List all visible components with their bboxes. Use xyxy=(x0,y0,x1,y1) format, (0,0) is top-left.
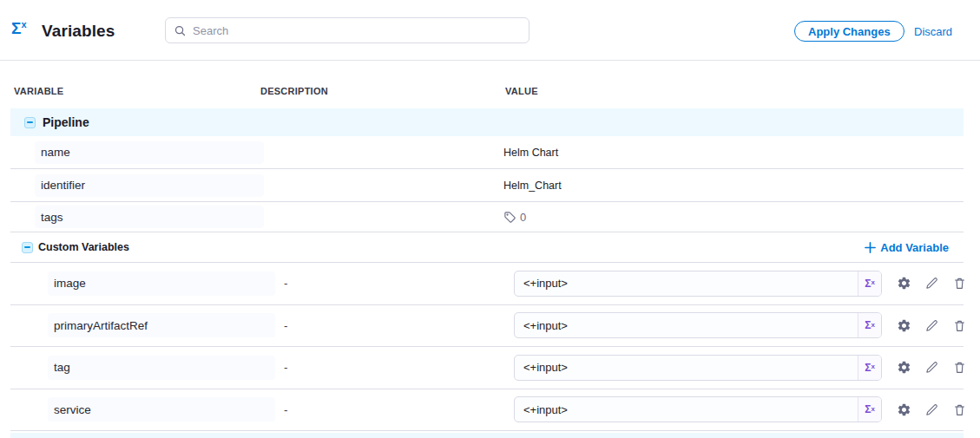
pipeline-section-title: Pipeline xyxy=(43,115,89,129)
variable-name-chip[interactable]: primaryArtifactRef xyxy=(48,313,275,337)
expression-sigma-icon[interactable]: Σx xyxy=(858,356,881,380)
variable-name-chip[interactable]: tag xyxy=(48,356,275,380)
value-input[interactable]: <+input> Σx xyxy=(514,396,882,422)
variable-description: - xyxy=(284,361,288,374)
pencil-icon xyxy=(924,318,939,333)
gear-icon xyxy=(897,276,911,291)
gear-icon xyxy=(897,402,911,417)
collapse-minus-icon[interactable] xyxy=(22,242,33,253)
discard-button[interactable]: Discard xyxy=(914,25,952,38)
search-box[interactable] xyxy=(165,17,529,43)
search-icon xyxy=(174,24,187,37)
variable-name: primaryArtifactRef xyxy=(54,319,148,332)
expression-sigma-icon[interactable]: Σx xyxy=(858,313,881,337)
variable-value: Helm_Chart xyxy=(503,180,562,192)
column-header-value: VALUE xyxy=(505,86,538,96)
pencil-icon xyxy=(924,276,939,291)
variables-table: Pipeline name Helm Chart identifier Helm… xyxy=(10,108,964,431)
tags-count: 0 xyxy=(520,211,526,224)
delete-button[interactable] xyxy=(951,317,967,333)
header: Σx Variables Apply Changes Discard xyxy=(0,0,980,61)
edit-button[interactable] xyxy=(924,317,939,333)
collapse-minus-icon[interactable] xyxy=(24,117,36,128)
variable-value: Helm Chart xyxy=(503,147,558,159)
variable-description: - xyxy=(284,403,288,416)
add-variable-label: Add Variable xyxy=(880,241,949,254)
edit-button[interactable] xyxy=(924,360,939,376)
value-input[interactable]: <+input> Σx xyxy=(514,312,882,338)
custom-variables-section-row: Custom Variables Add Variable xyxy=(10,232,964,263)
add-variable-button[interactable]: Add Variable xyxy=(865,232,949,263)
variable-description: - xyxy=(284,277,288,290)
settings-button[interactable] xyxy=(896,317,911,333)
pencil-icon xyxy=(924,402,939,417)
table-row: identifier Helm_Chart xyxy=(10,169,964,202)
settings-button[interactable] xyxy=(896,360,911,376)
page-title: Variables xyxy=(42,22,115,41)
column-header-description: DESCRIPTION xyxy=(260,86,328,96)
table-row: image - <+input> Σx xyxy=(10,263,964,305)
value-input[interactable]: <+input> Σx xyxy=(514,271,882,297)
table-row: name Helm Chart xyxy=(10,136,964,169)
value-input-text: <+input> xyxy=(515,277,858,290)
table-row: tag - <+input> Σx xyxy=(10,347,964,389)
trash-icon xyxy=(952,360,967,375)
trash-icon xyxy=(952,276,967,291)
value-input-text: <+input> xyxy=(515,361,858,374)
custom-variables-title: Custom Variables xyxy=(38,241,129,253)
expression-sigma-icon[interactable]: Σx xyxy=(858,397,881,422)
delete-button[interactable] xyxy=(951,276,967,291)
variable-name-chip[interactable]: name xyxy=(35,141,264,164)
table-row: tags 0 xyxy=(10,202,964,232)
gear-icon xyxy=(897,360,911,375)
expression-sigma-icon[interactable]: Σx xyxy=(858,271,881,296)
trash-icon xyxy=(952,318,967,333)
next-section-row-partial[interactable] xyxy=(10,433,964,438)
variable-name: name xyxy=(41,146,70,159)
trash-icon xyxy=(952,402,967,417)
settings-button[interactable] xyxy=(896,276,911,291)
settings-button[interactable] xyxy=(896,402,911,417)
table-row: primaryArtifactRef - <+input> Σx xyxy=(10,305,964,348)
sigma-x-icon: Σx xyxy=(11,20,27,36)
variable-name: service xyxy=(54,403,91,416)
tags-value: 0 xyxy=(503,211,526,224)
edit-button[interactable] xyxy=(924,402,939,417)
search-input[interactable] xyxy=(193,24,505,37)
table-column-headers: VARIABLE DESCRIPTION VALUE xyxy=(0,86,980,98)
apply-changes-button[interactable]: Apply Changes xyxy=(794,21,904,42)
gear-icon xyxy=(897,318,911,333)
pencil-icon xyxy=(924,360,939,375)
variable-name-chip[interactable]: image xyxy=(48,271,275,296)
delete-button[interactable] xyxy=(951,360,967,376)
plus-icon xyxy=(865,242,876,253)
column-header-variable: VARIABLE xyxy=(14,86,63,96)
variable-name: tag xyxy=(54,361,70,374)
variable-name-chip[interactable]: service xyxy=(48,397,275,422)
variable-name: image xyxy=(54,277,86,290)
variable-name-chip[interactable]: identifier xyxy=(35,174,264,197)
value-input-text: <+input> xyxy=(515,319,858,332)
delete-button[interactable] xyxy=(951,402,967,417)
value-input-text: <+input> xyxy=(515,403,858,416)
table-row: service - <+input> Σx xyxy=(10,389,964,432)
edit-button[interactable] xyxy=(924,276,939,291)
variable-name: identifier xyxy=(41,179,85,192)
value-input[interactable]: <+input> Σx xyxy=(514,355,882,381)
variables-panel: Σx Variables Apply Changes Discard VARIA… xyxy=(0,0,980,438)
variable-name-chip[interactable]: tags xyxy=(35,206,264,228)
variable-description: - xyxy=(284,319,288,332)
tag-icon xyxy=(503,211,516,224)
pipeline-section-row[interactable]: Pipeline xyxy=(10,108,964,136)
variable-name: tags xyxy=(41,211,63,224)
